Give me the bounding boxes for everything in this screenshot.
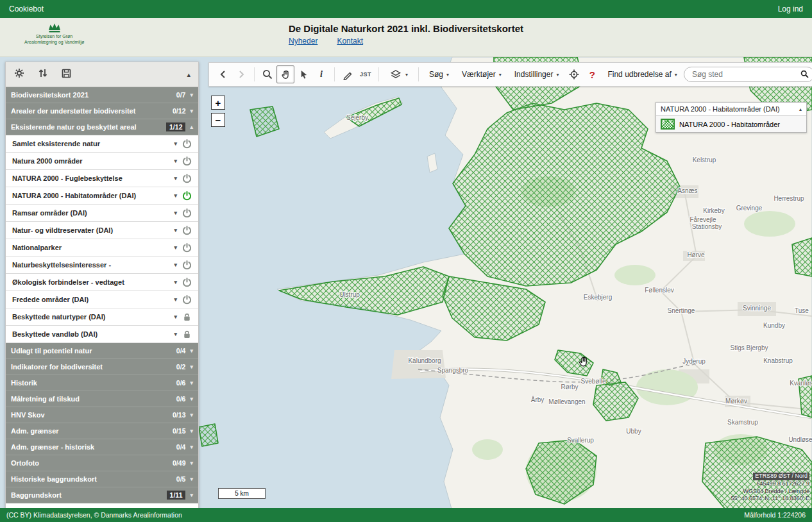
sidebar-group-biodiversitetskort-2021[interactable]: Biodiversitetskort 20210/7▾	[6, 87, 198, 103]
info-tool-button[interactable]: i	[312, 65, 330, 83]
sidebar-group-baggrundskort[interactable]: Baggrundskort1/11▾	[6, 487, 198, 503]
sidebar-layer-fredede-områder-dai[interactable]: Fredede områder (DAI)▾	[6, 291, 198, 308]
contact-link[interactable]: Kontakt	[337, 37, 363, 46]
login-link[interactable]: Log ind	[778, 4, 803, 13]
chevron-down-icon: ▾	[499, 72, 502, 78]
legend-header[interactable]: NATURA 2000 - Habitatområder (DAI) ▴	[656, 103, 806, 116]
collapse-panel-button[interactable]: ▴	[187, 71, 190, 79]
chevron-down-icon[interactable]: ▾	[190, 92, 193, 98]
news-link[interactable]: Nyheder	[289, 37, 317, 46]
sort-layers-button[interactable]	[38, 67, 48, 81]
locate-button[interactable]	[565, 65, 583, 83]
menu-indstillinger[interactable]: Indstillinger ▾	[508, 66, 566, 83]
svg-text:Kundby: Kundby	[763, 322, 785, 329]
sidebar-layer-naturbeskyttelsesinteresser[interactable]: Naturbeskyttelsesinteresser -▾	[6, 257, 198, 274]
search-icon[interactable]	[800, 69, 809, 81]
save-view-button[interactable]	[61, 68, 72, 81]
power-toggle[interactable]	[180, 225, 193, 236]
chevron-down-icon[interactable]: ▾	[190, 476, 193, 482]
chevron-down-icon[interactable]: ▾	[171, 140, 180, 147]
layer-label: NATURA 2000 - Habitatområder (DAI)	[12, 192, 136, 199]
sidebar-group-målretning-af-tilskud[interactable]: Målretning af tilskud0/6▾	[6, 391, 198, 407]
toolbar-separator	[254, 67, 255, 81]
sidebar-layer-natura-2000-habitatområder-dai[interactable]: NATURA 2000 - Habitatområder (DAI)▾	[6, 187, 198, 205]
sidebar-layer-beskyttede-vandløb-dai[interactable]: Beskyttede vandløb (DAI)▾	[6, 326, 198, 343]
power-toggle[interactable]	[180, 242, 193, 253]
sidebar-group-historik[interactable]: Historik0/6▾	[6, 375, 198, 391]
sidebar-layer-natur-og-vildtreservater-dai[interactable]: Natur- og vildtreservater (DAI)▾	[6, 222, 198, 239]
search-input[interactable]	[684, 67, 812, 82]
zoom-tool-button[interactable]	[258, 65, 276, 83]
power-toggle[interactable]	[180, 294, 193, 305]
chevron-down-icon[interactable]: ▾	[171, 262, 180, 268]
menu-sog[interactable]: Søg ▾	[423, 66, 455, 83]
chevron-down-icon[interactable]: ▾	[171, 314, 180, 320]
power-toggle[interactable]	[180, 173, 193, 184]
forward-button[interactable]	[232, 65, 250, 83]
sidebar-group-adm-grænser[interactable]: Adm. grænser0/15▾	[6, 423, 198, 439]
identify-tool-button[interactable]	[294, 65, 312, 83]
sidebar-group-hnv-skov[interactable]: HNV Skov0/13▾	[6, 407, 198, 423]
chevron-down-icon[interactable]: ▾	[190, 492, 193, 498]
sidebar-group-ortofoto[interactable]: Ortofoto0/49▾	[6, 455, 198, 471]
sidebar-group-indikatorer-for-biodiversitet[interactable]: Indikatorer for biodiversitet0/2▾	[6, 359, 198, 375]
chevron-down-icon[interactable]: ▾	[171, 227, 180, 233]
chevron-down-icon[interactable]: ▾	[171, 175, 180, 181]
sidebar-layer-nationalparker[interactable]: Nationalparker▾	[6, 239, 198, 257]
chevron-up-icon[interactable]: ▴	[190, 124, 193, 130]
svg-text:Kelstrup: Kelstrup	[693, 156, 716, 164]
svg-text:Snertinge: Snertinge	[668, 307, 695, 314]
sidebar-layer-ramsar-områder-dai[interactable]: Ramsar områder (DAI)▾	[6, 205, 198, 222]
group-label: HNV Skov	[11, 411, 45, 419]
sidebar-group-udlagt-til-potentiel-natur[interactable]: Udlagt til potentiel natur0/4▾	[6, 343, 198, 359]
chevron-down-icon[interactable]: ▾	[190, 428, 193, 434]
help-icon: ?	[589, 69, 595, 80]
chevron-down-icon[interactable]: ▾	[190, 380, 193, 386]
chevron-down-icon[interactable]: ▾	[190, 108, 193, 114]
chevron-down-icon[interactable]: ▾	[190, 364, 193, 370]
chevron-down-icon[interactable]: ▾	[190, 444, 193, 450]
chevron-down-icon[interactable]: ▾	[171, 192, 180, 199]
chevron-down-icon[interactable]: ▾	[171, 279, 180, 285]
cookiebot-link[interactable]: Cookiebot	[9, 4, 44, 13]
power-toggle[interactable]	[180, 277, 193, 288]
sidebar-group-arealer-der-understøtter-biodiversitet[interactable]: Arealer der understøtter biodiversitet0/…	[6, 103, 198, 119]
sidebar-group-eksisterende-natur-og-beskyttet-areal[interactable]: Eksisterende natur og beskyttet areal1/1…	[6, 119, 198, 135]
chevron-down-icon[interactable]: ▾	[171, 158, 180, 164]
chevron-down-icon[interactable]: ▾	[190, 412, 193, 418]
back-button[interactable]	[214, 65, 232, 83]
zoom-out-button[interactable]: −	[211, 113, 225, 127]
measure-tool-button[interactable]	[339, 65, 357, 83]
layer-label: NATURA 2000 - Fuglebeskyttelse	[12, 174, 123, 182]
top-bar: Cookiebot Log ind	[0, 0, 812, 18]
chevron-down-icon[interactable]: ▾	[190, 348, 193, 354]
find-udbredelse-menu[interactable]: Find udbredelse af ▾	[601, 66, 683, 83]
svg-text:Knabstrup: Knabstrup	[763, 357, 793, 364]
sidebar-group-historiske-baggrundskort[interactable]: Historiske baggrundskort0/5▾	[6, 471, 198, 487]
chevron-down-icon[interactable]: ▾	[171, 331, 180, 337]
sidebar-layer-beskyttede-naturtyper-dai[interactable]: Beskyttede naturtyper (DAI)▾	[6, 308, 198, 326]
sidebar-layer-samlet-eksisterende-natur[interactable]: Samlet eksisterende natur▾	[6, 135, 198, 153]
zoom-in-button[interactable]: +	[211, 96, 225, 110]
power-toggle[interactable]	[180, 156, 193, 167]
basemap-selector[interactable]: ▾	[383, 66, 414, 83]
group-count-badge: 1/11	[167, 491, 186, 500]
chevron-down-icon[interactable]: ▾	[171, 296, 180, 303]
power-toggle[interactable]	[180, 208, 193, 219]
chevron-down-icon[interactable]: ▾	[190, 396, 193, 402]
chevron-down-icon[interactable]: ▾	[190, 460, 193, 466]
chevron-down-icon[interactable]: ▾	[171, 210, 180, 216]
sidebar-layer-natura-2000-fuglebeskyttelse[interactable]: NATURA 2000 - Fuglebeskyttelse▾	[6, 170, 198, 187]
power-toggle[interactable]	[180, 260, 193, 271]
pan-tool-button[interactable]	[276, 65, 294, 83]
sidebar-layer-økologisk-forbindelser-vedtaget[interactable]: Økologisk forbindelser - vedtaget▾	[6, 274, 198, 291]
sidebar-layer-natura-2000-områder[interactable]: Natura 2000 områder▾	[6, 153, 198, 170]
menu-vaerktojer[interactable]: Værktøjer ▾	[455, 66, 508, 83]
settings-gear-button[interactable]	[13, 67, 25, 81]
power-toggle[interactable]	[180, 139, 193, 149]
sidebar-group-adm-grænser-historisk[interactable]: Adm. grænser - historisk0/4▾	[6, 439, 198, 455]
chevron-down-icon[interactable]: ▾	[171, 244, 180, 251]
power-toggle[interactable]	[180, 190, 193, 201]
coordinates-tool-button[interactable]: JST	[357, 65, 375, 83]
help-button[interactable]: ?	[583, 65, 601, 83]
